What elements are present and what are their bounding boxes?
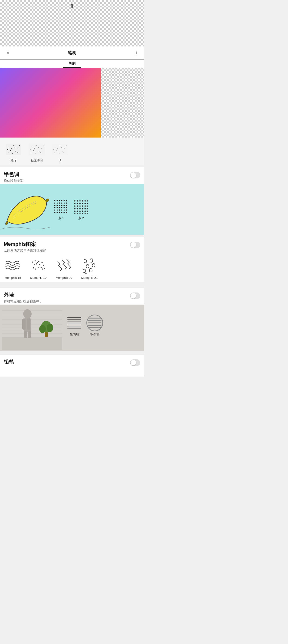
svg-point-20 (57, 207, 58, 208)
svg-point-111 (77, 213, 78, 214)
brush-item-memphis19[interactable]: Memphis 19 (26, 256, 51, 280)
svg-point-1 (54, 200, 56, 202)
svg-point-31 (54, 212, 56, 213)
dot1-preview-container: 点 1 (53, 199, 69, 220)
brush-item-memphis18[interactable]: Memphis 18 (0, 256, 26, 280)
svg-point-132 (44, 268, 45, 269)
svg-point-34 (61, 212, 62, 213)
sponge3-thumb (52, 141, 68, 158)
svg-point-24 (66, 207, 67, 208)
svg-point-25 (54, 210, 56, 211)
svg-point-80 (85, 206, 86, 207)
tab-bar: 笔刷 (0, 60, 144, 68)
svg-point-115 (84, 213, 84, 214)
svg-point-121 (34, 264, 35, 266)
brush-item-memphis20[interactable]: Memphis 20 (51, 256, 77, 280)
pencil-section-info: 铅笔 (4, 358, 130, 366)
svg-point-103 (79, 211, 80, 212)
dot2-preview-container: 点 2 (73, 199, 89, 220)
svg-point-2 (57, 200, 58, 202)
svg-point-108 (87, 211, 88, 212)
svg-point-56 (76, 203, 76, 204)
memphis-section-header: Memphis图案 以调皮的方式与严肃对抗图案 (0, 237, 144, 254)
svg-point-47 (76, 202, 76, 202)
divider-3 (0, 282, 144, 288)
svg-point-48 (77, 202, 78, 202)
info-button[interactable]: ℹ (132, 48, 140, 57)
svg-point-124 (39, 264, 40, 265)
toolbar: ✕ 笔刷 ℹ (0, 46, 144, 60)
svg-point-99 (87, 210, 88, 210)
svg-point-43 (84, 200, 84, 201)
dot1-preview-svg (53, 199, 69, 215)
svg-point-66 (77, 205, 78, 206)
svg-point-51 (82, 202, 83, 202)
svg-point-9 (59, 202, 60, 204)
memphis-section-info: Memphis图案 以调皮的方式与严肃对抗图案 (4, 241, 130, 253)
svg-point-94 (79, 210, 80, 210)
svg-point-77 (80, 206, 81, 207)
svg-point-130 (33, 268, 34, 268)
pencil-bottom-spacer (0, 367, 144, 376)
canvas-area: ⬆ (0, 0, 144, 46)
outer-wall-scene: 板隔墙 板条墙 (0, 304, 144, 351)
svg-point-81 (87, 206, 88, 207)
svg-point-50 (80, 202, 81, 202)
svg-rect-146 (28, 331, 31, 338)
svg-point-64 (74, 205, 75, 206)
svg-point-11 (64, 202, 65, 204)
svg-point-22 (61, 207, 62, 208)
banana-drawing (0, 186, 51, 233)
brush-gradient-preview (0, 68, 101, 138)
svg-point-95 (80, 210, 81, 210)
svg-point-6 (66, 200, 67, 202)
svg-point-126 (43, 265, 44, 266)
memphis-subtitle: 以调皮的方式与严肃对抗图案 (4, 248, 130, 253)
toolbar-title: 笔刷 (68, 50, 76, 56)
svg-point-7 (54, 202, 56, 204)
outer-wall-toggle[interactable] (130, 292, 140, 299)
svg-point-110 (76, 213, 76, 214)
svg-point-86 (80, 208, 81, 209)
tab-brushes[interactable]: 笔刷 (63, 60, 81, 68)
sponge-brush-scroll[interactable]: 海绵 轻压海绵 淡 (0, 138, 144, 166)
svg-point-98 (85, 210, 86, 210)
svg-point-106 (84, 211, 84, 212)
svg-point-74 (76, 206, 76, 207)
svg-point-61 (84, 203, 84, 204)
memphis-title: Memphis图案 (4, 241, 130, 248)
svg-rect-133 (2, 336, 62, 350)
brush-item-memphis21[interactable]: Memphis 21 (77, 256, 102, 280)
svg-point-46 (74, 202, 75, 202)
partition-label: 板隔墙 (70, 332, 79, 336)
brush-item-sponge1[interactable]: 海绵 (2, 140, 25, 164)
svg-point-57 (77, 203, 78, 204)
memphis-brush-scroll[interactable]: Memphis 18 Memphis (0, 254, 144, 282)
brush-item-sponge3[interactable]: 淡 (48, 140, 72, 164)
svg-point-18 (66, 205, 67, 206)
svg-point-5 (64, 200, 65, 202)
pencil-toggle[interactable] (130, 360, 140, 366)
svg-point-96 (82, 210, 83, 210)
halftone-toggle[interactable] (130, 172, 140, 178)
brush-item-sponge2[interactable]: 轻压海绵 (25, 140, 48, 164)
svg-point-53 (85, 202, 86, 202)
svg-point-112 (79, 213, 80, 214)
svg-point-41 (80, 200, 81, 201)
svg-point-79 (84, 206, 84, 207)
svg-point-10 (61, 202, 62, 204)
slat-thumb (86, 314, 103, 331)
svg-point-84 (77, 208, 78, 209)
close-button[interactable]: ✕ (4, 48, 12, 57)
memphis19-thumb (29, 256, 48, 275)
memphis-toggle[interactable] (130, 242, 140, 248)
svg-point-23 (64, 207, 65, 208)
divider-1 (0, 166, 144, 167)
svg-point-114 (82, 213, 83, 214)
svg-point-88 (84, 208, 84, 209)
svg-point-91 (74, 210, 75, 210)
svg-point-82 (74, 208, 75, 209)
svg-point-52 (84, 202, 84, 202)
outer-wall-section-info: 外墙 将材料应用到投影视图中。 (4, 292, 130, 304)
svg-point-16 (61, 205, 62, 206)
